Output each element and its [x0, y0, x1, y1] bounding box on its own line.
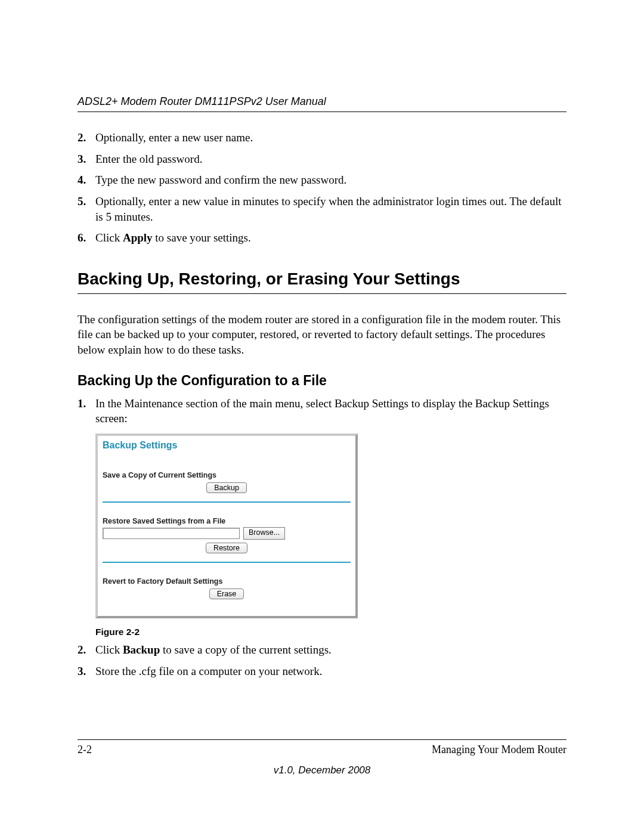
- restore-label: Restore Saved Settings from a File: [103, 517, 351, 525]
- step-text: Optionally, enter a new value in minutes…: [95, 194, 566, 224]
- section-heading-backup: Backing Up, Restoring, or Erasing Your S…: [78, 270, 566, 294]
- step-number: 4.: [78, 172, 95, 188]
- restore-file-input[interactable]: [103, 528, 240, 539]
- running-header: ADSL2+ Modem Router DM111PSPv2 User Manu…: [78, 95, 566, 112]
- step-item: 3. Enter the old password.: [78, 151, 566, 167]
- step-text-pre: Click: [95, 231, 123, 244]
- subsection-heading-backup-file: Backing Up the Configuration to a File: [78, 373, 566, 389]
- panel-title: Backup Settings: [103, 438, 351, 454]
- browse-button[interactable]: Browse...: [243, 527, 285, 540]
- erase-button[interactable]: Erase: [209, 589, 244, 599]
- step-text: Type the new password and confirm the ne…: [95, 172, 566, 188]
- save-copy-label: Save a Copy of Current Settings: [103, 471, 351, 479]
- step-list-password: 2. Optionally, enter a new user name. 3.…: [78, 130, 566, 246]
- step-text-post: to save your settings.: [153, 231, 251, 244]
- step-text-bold: Backup: [123, 643, 160, 656]
- step-item: 6. Click Apply to save your settings.: [78, 230, 566, 246]
- section-intro: The configuration settings of the modem …: [78, 312, 566, 358]
- step-number: 3.: [78, 664, 95, 679]
- step-number: 3.: [78, 151, 95, 167]
- step-list-backup: 1. In the Maintenance section of the mai…: [78, 396, 566, 426]
- step-item: 4. Type the new password and confirm the…: [78, 172, 566, 188]
- step-item: 3. Store the .cfg file on a computer on …: [78, 664, 566, 679]
- divider: [103, 562, 351, 563]
- chapter-title: Managing Your Modem Router: [432, 744, 566, 756]
- step-item: 2. Optionally, enter a new user name.: [78, 130, 566, 145]
- step-item: 1. In the Maintenance section of the mai…: [78, 396, 566, 426]
- figure-caption: Figure 2-2: [95, 627, 566, 637]
- step-text: Click Apply to save your settings.: [95, 230, 566, 246]
- step-number: 6.: [78, 230, 95, 246]
- step-text: Optionally, enter a new user name.: [95, 130, 566, 145]
- step-text: Store the .cfg file on a computer on you…: [95, 664, 566, 679]
- step-item: 2. Click Backup to save a copy of the cu…: [78, 642, 566, 658]
- footer-rule: [78, 739, 566, 740]
- step-number: 2.: [78, 130, 95, 145]
- step-list-backup-cont: 2. Click Backup to save a copy of the cu…: [78, 642, 566, 679]
- doc-version: v1.0, December 2008: [78, 764, 566, 776]
- step-number: 2.: [78, 642, 95, 658]
- step-text-bold: Apply: [123, 231, 153, 244]
- restore-button[interactable]: Restore: [206, 543, 247, 553]
- page-number: 2-2: [78, 744, 92, 756]
- manual-page: ADSL2+ Modem Router DM111PSPv2 User Manu…: [0, 0, 644, 833]
- revert-label: Revert to Factory Default Settings: [103, 577, 351, 586]
- figure-backup-settings: Backup Settings Save a Copy of Current S…: [95, 433, 566, 637]
- step-text: Enter the old password.: [95, 151, 566, 167]
- step-text-post: to save a copy of the current settings.: [160, 643, 332, 656]
- step-item: 5. Optionally, enter a new value in minu…: [78, 194, 566, 224]
- backup-settings-panel: Backup Settings Save a Copy of Current S…: [95, 433, 358, 618]
- step-text: In the Maintenance section of the main m…: [95, 396, 566, 426]
- divider: [103, 501, 351, 503]
- backup-button[interactable]: Backup: [206, 482, 247, 493]
- step-text: Click Backup to save a copy of the curre…: [95, 642, 566, 658]
- page-footer: 2-2 Managing Your Modem Router v1.0, Dec…: [78, 739, 566, 776]
- step-number: 5.: [78, 194, 95, 224]
- step-number: 1.: [78, 396, 95, 426]
- step-text-pre: Click: [95, 643, 123, 656]
